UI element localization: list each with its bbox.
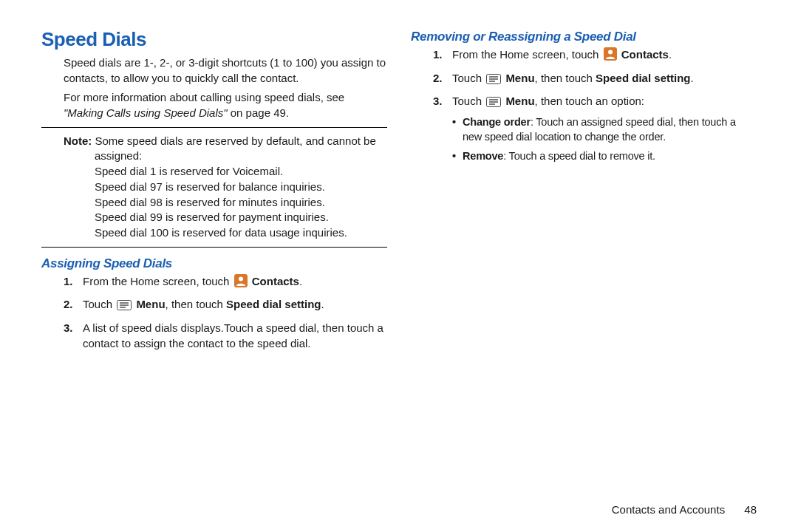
- page-footer: Contacts and Accounts 48: [612, 503, 757, 516]
- step-tail: .: [669, 48, 672, 61]
- menu-icon: [486, 96, 501, 112]
- step-tail: .: [690, 72, 693, 84]
- subheading-assigning: Assigning Speed Dials: [41, 256, 387, 271]
- contacts-label: Contacts: [252, 275, 299, 287]
- menu-label: Menu: [505, 72, 534, 84]
- bullet-label: Change order: [463, 116, 531, 128]
- two-column-layout: Speed Dials Speed dials are 1-, 2-, or 3…: [41, 28, 757, 357]
- note-line: Speed dial 1 is reserved for Voicemail.: [41, 164, 387, 180]
- bullet-item: Remove: Touch a speed dial to remove it.: [452, 149, 757, 163]
- bullet-item: Change order: Touch an assigned speed di…: [452, 115, 757, 144]
- note-first-line: Note: Some speed dials are reserved by d…: [41, 134, 387, 164]
- step-mid: , then touch: [535, 72, 596, 84]
- contacts-icon: [604, 47, 617, 65]
- step-tail: .: [299, 275, 302, 287]
- note-line: Speed dial 100 is reserved for data usag…: [41, 225, 387, 241]
- step-text: Touch: [452, 72, 485, 84]
- step-item: Touch Menu, then touch Speed dial settin…: [433, 71, 757, 89]
- step-item: From the Home screen, touch Contacts.: [433, 47, 757, 65]
- step-text: Touch: [83, 298, 115, 310]
- section-heading: Speed Dials: [41, 28, 387, 51]
- right-column: Removing or Reassigning a Speed Dial Fro…: [411, 28, 757, 357]
- contacts-label: Contacts: [621, 48, 669, 61]
- setting-label: Speed dial setting: [226, 298, 321, 310]
- step-text: From the Home screen, touch: [452, 48, 602, 61]
- step-mid: , then touch: [166, 298, 227, 310]
- menu-label: Menu: [136, 298, 165, 310]
- steps-assigning: From the Home screen, touch Contacts. To…: [41, 274, 387, 352]
- menu-icon: [117, 299, 132, 315]
- svg-point-1: [239, 276, 243, 281]
- steps-removing: From the Home screen, touch Contacts. To…: [411, 47, 757, 163]
- page-number: 48: [744, 503, 757, 516]
- note-line: Speed dial 97 is reserved for balance in…: [41, 180, 387, 195]
- contacts-icon: [234, 274, 248, 292]
- crossref-link[interactable]: "Making Calls using Speed Dials": [64, 106, 228, 119]
- step-text: Touch: [452, 95, 485, 107]
- step-tail: .: [321, 298, 324, 310]
- step-item: A list of speed dials displays.Touch a s…: [64, 321, 387, 351]
- step-item: Touch Menu, then touch Speed dial settin…: [64, 297, 387, 315]
- step-text: From the Home screen, touch: [83, 275, 233, 287]
- step-item: Touch Menu, then touch an option: Change…: [433, 94, 757, 163]
- note-line: Speed dial 98 is reserved for minutes in…: [41, 195, 387, 211]
- setting-label: Speed dial setting: [596, 72, 690, 84]
- option-bullets: Change order: Touch an assigned speed di…: [452, 115, 757, 163]
- note-label: Note:: [64, 134, 92, 147]
- crossref-lead: For more information about calling using…: [64, 91, 344, 103]
- step-item: From the Home screen, touch Contacts.: [64, 274, 387, 292]
- step-tail: , then touch an option:: [535, 95, 644, 107]
- bullet-label: Remove: [463, 150, 503, 162]
- note-block: Note: Some speed dials are reserved by d…: [41, 127, 387, 248]
- note-line: Speed dial 99 is reserved for payment in…: [41, 210, 387, 225]
- menu-label: Menu: [505, 95, 534, 107]
- page: Speed Dials Speed dials are 1-, 2-, or 3…: [0, 0, 798, 532]
- step-text: A list of speed dials displays.Touch a s…: [83, 321, 383, 349]
- left-column: Speed Dials Speed dials are 1-, 2-, or 3…: [41, 28, 387, 357]
- menu-icon: [486, 73, 501, 89]
- intro-paragraph: Speed dials are 1-, 2-, or 3-digit short…: [64, 55, 387, 86]
- footer-section: Contacts and Accounts: [612, 503, 725, 516]
- crossref-tail: on page 49.: [228, 106, 289, 119]
- subheading-removing: Removing or Reassigning a Speed Dial: [411, 30, 757, 44]
- svg-point-7: [608, 50, 613, 54]
- note-first-text: Some speed dials are reserved by default…: [92, 134, 375, 163]
- crossref-paragraph: For more information about calling using…: [64, 90, 387, 120]
- bullet-text: : Touch a speed dial to remove it.: [503, 150, 655, 162]
